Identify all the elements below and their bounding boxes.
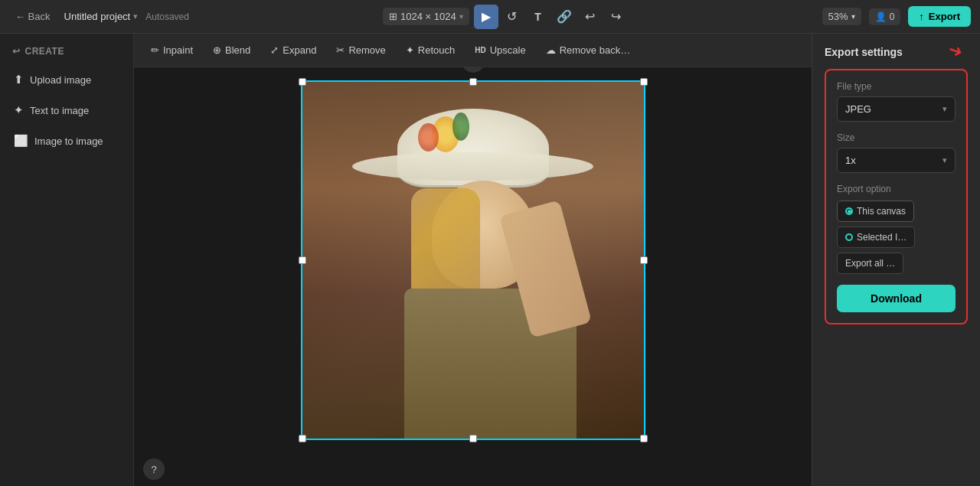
sidebar: ↩ Create ⬆ Upload image ✦ Text to image … (0, 34, 134, 486)
handle-top-left[interactable] (299, 78, 306, 86)
blend-icon: ⊕ (213, 44, 221, 56)
canvas-size-button[interactable]: ⊞ 1024 × 1024 ▾ (383, 8, 469, 25)
selection-box (301, 80, 645, 440)
export-panel: Export settings ➜ File type JPEG ▾ Size … (812, 34, 980, 486)
sidebar-item-text-to-image[interactable]: ✦ Text to image (6, 96, 127, 124)
upscale-icon: HD (475, 46, 485, 54)
help-button[interactable]: ? (143, 458, 165, 480)
export-all-button[interactable]: Export all … (837, 253, 903, 274)
selected-radio (845, 233, 853, 241)
handle-top-right[interactable] (640, 78, 648, 86)
topbar-tools: ▶ ↺ T 🔗 ↩ ↪ (474, 5, 629, 29)
remove-background-button[interactable]: ☁ Remove back… (538, 41, 638, 60)
redo-button[interactable]: ↪ (604, 5, 629, 29)
create-label: ↩ Create (6, 41, 127, 63)
retouch-button[interactable]: ✦ Retouch (398, 41, 462, 60)
this-canvas-radio (845, 207, 853, 215)
export-option-buttons: This canvas Selected I… (837, 201, 956, 248)
upscale-button[interactable]: HD Upscale (467, 41, 533, 60)
file-type-field: File type JPEG ▾ (837, 81, 956, 122)
size-field: Size 1x ▾ (837, 132, 956, 173)
inpaint-button[interactable]: ✏ Inpaint (143, 41, 201, 60)
bottom-bar: ? (134, 452, 812, 486)
size-label: Size (837, 132, 956, 143)
zoom-button[interactable]: 53% ▾ (822, 8, 861, 25)
sidebar-item-image-to-image[interactable]: ⬜ Image to image (6, 127, 127, 155)
topbar-right: 53% ▾ 👤 0 ↑ Export (822, 6, 971, 27)
radio-dot-inner (848, 210, 851, 214)
sidebar-item-upload-image[interactable]: ⬆ Upload image (6, 66, 127, 93)
size-chevron: ▾ (942, 155, 947, 165)
export-settings-section: ➜ File type JPEG ▾ Size 1x ▾ Export opti… (825, 69, 968, 325)
topbar-left: ← Back Untitled project ▾ Autosaved (9, 8, 189, 25)
size-select[interactable]: 1x ▾ (837, 148, 956, 173)
blend-button[interactable]: ⊕ Blend (205, 41, 258, 60)
file-type-label: File type (837, 81, 956, 92)
canvas-area: ✏ Inpaint ⊕ Blend ⤢ Expand ✂ Remove ✦ Re… (134, 34, 812, 486)
collaborators-button[interactable]: 👤 0 (869, 8, 901, 25)
link-tool-button[interactable]: 🔗 (552, 5, 577, 29)
handle-bottom-center[interactable] (469, 435, 477, 442)
inpaint-icon: ✏ (151, 44, 159, 56)
this-canvas-button[interactable]: This canvas (837, 201, 914, 222)
handle-top-center[interactable] (469, 78, 477, 86)
remove-button[interactable]: ✂ Remove (328, 41, 393, 60)
handle-bottom-right[interactable] (640, 435, 648, 442)
help-icon: ? (151, 464, 156, 475)
export-icon: ↑ (919, 11, 924, 22)
arrow-indicator: ➜ (946, 40, 965, 64)
collab-icon: 👤 (875, 11, 887, 22)
text-tool-button[interactable]: T (526, 5, 550, 29)
text-to-image-icon: ✦ (14, 103, 24, 117)
remove-icon: ✂ (336, 44, 345, 56)
main-layout: ↩ Create ⬆ Upload image ✦ Text to image … (0, 34, 980, 486)
retouch-icon: ✦ (406, 44, 414, 56)
project-title[interactable]: Untitled project ▾ (64, 11, 139, 22)
expand-icon: ⤢ (270, 44, 279, 56)
export-option-label: Export option (837, 184, 956, 194)
rotate-tool-button[interactable]: ↺ (500, 5, 524, 29)
download-button[interactable]: Download (837, 285, 956, 312)
back-button[interactable]: ← Back (9, 8, 57, 25)
canvas-image-wrapper: ↻ (301, 80, 645, 440)
handle-middle-right[interactable] (640, 256, 648, 264)
select-tool-button[interactable]: ▶ (474, 5, 498, 29)
autosaved-label: Autosaved (145, 11, 189, 22)
remove-bg-icon: ☁ (546, 44, 556, 56)
edit-toolbar: ✏ Inpaint ⊕ Blend ⤢ Expand ✂ Remove ✦ Re… (134, 34, 812, 67)
canvas-container[interactable]: ↻ (134, 67, 812, 452)
topbar-center: ⊞ 1024 × 1024 ▾ ▶ ↺ T 🔗 ↩ ↪ (195, 5, 816, 29)
file-type-select[interactable]: JPEG ▾ (837, 96, 956, 122)
handle-bottom-left[interactable] (299, 435, 306, 442)
topbar: ← Back Untitled project ▾ Autosaved ⊞ 10… (0, 0, 980, 34)
file-type-chevron: ▾ (942, 104, 947, 114)
undo-button[interactable]: ↩ (578, 5, 603, 29)
selected-layers-button[interactable]: Selected I… (837, 227, 915, 248)
expand-button[interactable]: ⤢ Expand (263, 41, 324, 60)
refresh-button[interactable]: ↻ (462, 67, 485, 73)
image-to-image-icon: ⬜ (14, 134, 28, 148)
upload-icon: ⬆ (14, 73, 24, 86)
handle-middle-left[interactable] (299, 256, 306, 264)
export-option-field: Export option This canvas Selected I… (837, 184, 956, 274)
export-button[interactable]: ↑ Export (908, 6, 971, 27)
